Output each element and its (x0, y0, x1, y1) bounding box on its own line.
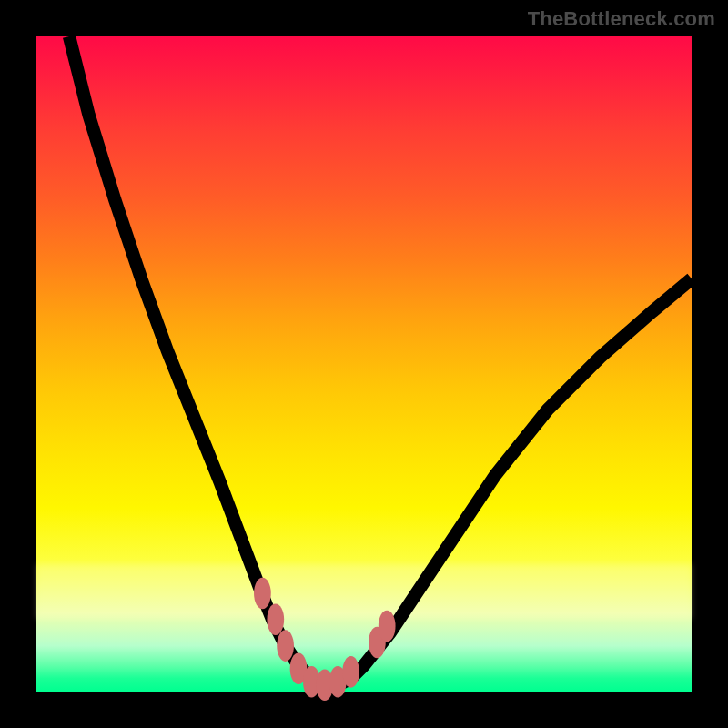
attribution-text: TheBottleneck.com (528, 7, 715, 31)
curve-layer (36, 36, 692, 692)
highlight-dot (379, 611, 396, 642)
highlight-dot (277, 630, 294, 662)
bottleneck-curve (69, 36, 692, 685)
outer-frame: TheBottleneck.com (0, 0, 728, 728)
highlight-dot (342, 656, 359, 688)
highlight-dot (267, 604, 284, 636)
highlight-dot (254, 578, 271, 610)
